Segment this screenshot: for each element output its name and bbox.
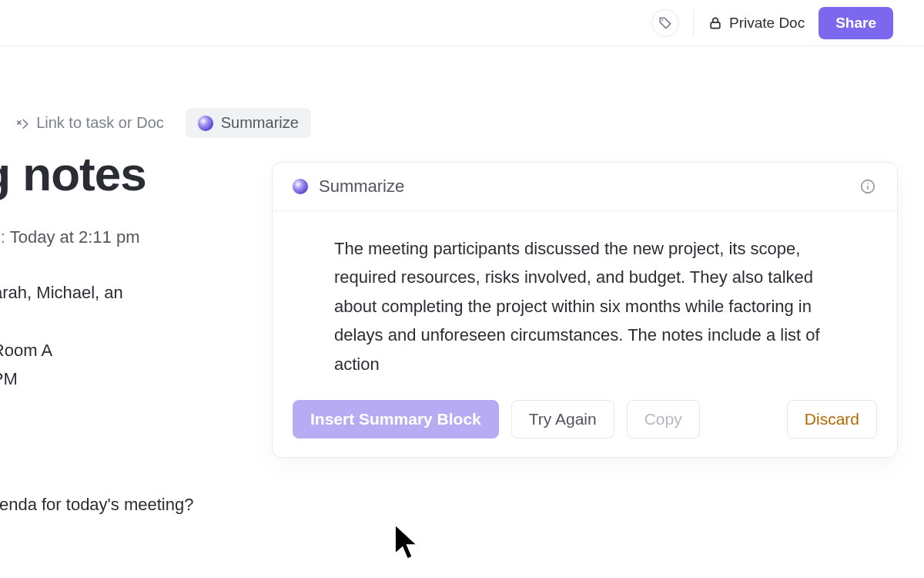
- info-icon: [859, 178, 876, 195]
- link-tool[interactable]: Link to task or Doc: [15, 114, 164, 132]
- top-header: Private Doc Share: [0, 0, 924, 46]
- summarize-panel: Summarize The meeting participants discu…: [272, 162, 898, 458]
- ai-icon: [198, 116, 213, 131]
- discard-button[interactable]: Discard: [787, 400, 877, 439]
- lock-icon: [708, 15, 723, 31]
- conversation-line[interactable]: what's the agenda for today's meeting?: [0, 495, 439, 515]
- ai-icon: [293, 179, 308, 194]
- link-tool-label: Link to task or Doc: [36, 114, 164, 132]
- participants-value: John, Sarah, Michael, an: [0, 283, 123, 302]
- last-updated-value: Today at 2:11 pm: [10, 227, 140, 247]
- privacy-label: Private Doc: [729, 15, 805, 32]
- insert-summary-button[interactable]: Insert Summary Block: [293, 400, 499, 439]
- svg-point-4: [867, 183, 869, 184]
- summarize-panel-title: Summarize: [319, 176, 404, 197]
- summarize-panel-actions: Insert Summary Block Try Again Copy Disc…: [273, 397, 897, 457]
- link-arrow-icon: [15, 116, 30, 131]
- try-again-button[interactable]: Try Again: [511, 400, 614, 439]
- tag-icon: [658, 15, 673, 31]
- share-button[interactable]: Share: [819, 7, 893, 39]
- mouse-cursor-icon: [393, 523, 420, 563]
- tag-button[interactable]: [651, 9, 679, 37]
- summarize-tool[interactable]: Summarize: [186, 108, 311, 138]
- summarize-tool-label: Summarize: [221, 114, 299, 132]
- svg-point-0: [661, 19, 663, 21]
- info-button[interactable]: [859, 177, 877, 196]
- svg-rect-1: [711, 22, 720, 28]
- privacy-toggle[interactable]: Private Doc: [708, 15, 805, 32]
- summary-text: The meeting participants discussed the n…: [273, 211, 897, 397]
- doc-toolbar: mment Link to task or Doc Summarize: [0, 108, 311, 138]
- header-divider: [693, 10, 694, 36]
- summarize-panel-header: Summarize: [273, 163, 897, 211]
- last-updated-label: Last Updated:: [0, 227, 5, 247]
- copy-button[interactable]: Copy: [627, 400, 700, 439]
